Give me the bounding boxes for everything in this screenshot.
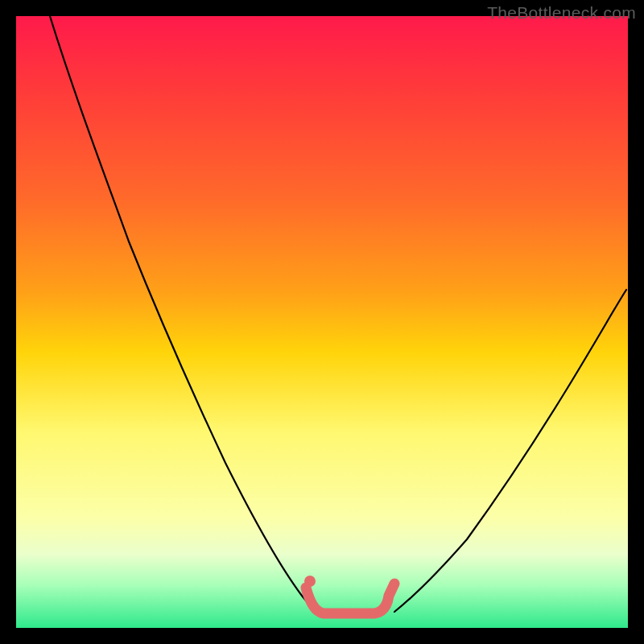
squiggle-dot [304,576,316,587]
watermark-text: TheBottleneck.com [487,3,636,23]
bottom-squiggle-path [306,584,394,613]
right-curve-path [394,290,626,612]
left-curve-path [50,16,320,612]
chart-frame [16,16,628,628]
chart-svg [16,16,628,628]
